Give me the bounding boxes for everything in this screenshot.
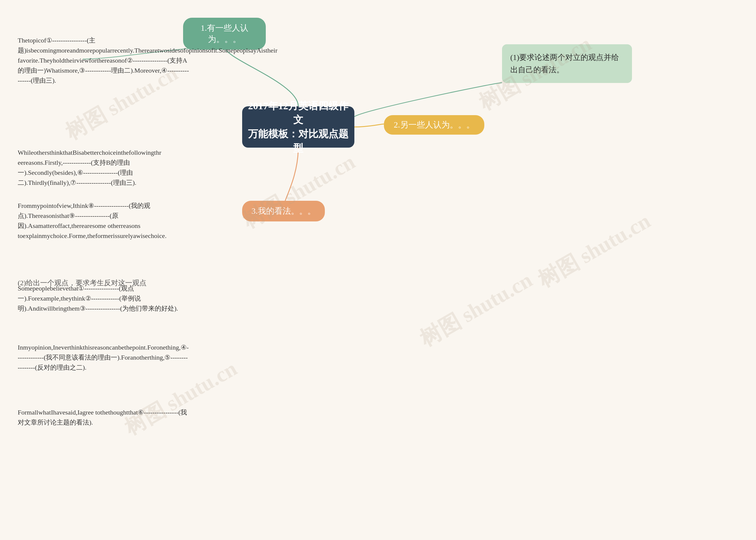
left-block-3: Frommypointofview,Ithink⑧---------------… bbox=[18, 201, 189, 241]
detail-right-top: (1)要求论述两个对立的观点并给出自己的看法。 bbox=[502, 44, 632, 83]
node-bottom-right: 3.我的看法。。。 bbox=[242, 201, 325, 221]
left-block-5: Inmyopinion,Ineverthinkthisreasoncanbeth… bbox=[18, 342, 189, 373]
node-top: 1.有一些人认为。。。 bbox=[183, 18, 266, 50]
left-block-2: WhileothersthinkthatBisabetterchoiceinth… bbox=[18, 148, 189, 188]
left-block-1: Thetopicof①----------------(主题)isbecomin… bbox=[18, 36, 189, 85]
watermark-2: 树图 shutu.cn bbox=[237, 148, 360, 235]
central-node: 2017年12月英语四级作文 万能模板：对比观点题型 bbox=[242, 106, 354, 148]
left-block-4: Somepeoplebelievethat①----------------(观… bbox=[18, 283, 189, 314]
watermark-3: 树图 shutu.cn bbox=[415, 266, 537, 353]
node-right-middle: 2.另一些人认为。。。 bbox=[384, 115, 484, 135]
left-block-6: FormallwhatIhavesaid,Iagree tothethought… bbox=[18, 407, 189, 428]
watermark-6: 树图 shutu.cn bbox=[533, 207, 655, 294]
